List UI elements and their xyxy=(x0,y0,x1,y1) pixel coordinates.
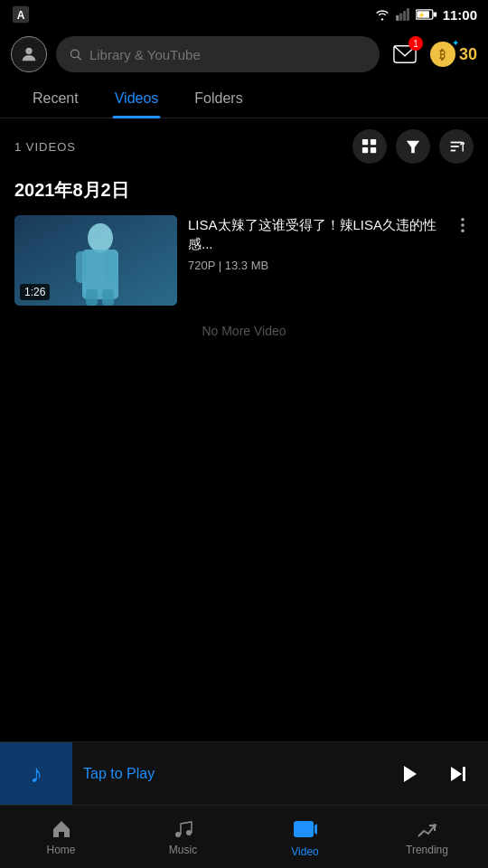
avatar-button[interactable] xyxy=(11,36,47,72)
svg-point-11 xyxy=(70,50,79,58)
filter-icon xyxy=(405,138,421,155)
svg-point-31 xyxy=(461,223,465,227)
wifi-icon xyxy=(374,8,390,21)
svg-rect-14 xyxy=(362,139,368,145)
user-icon xyxy=(19,44,39,64)
video-title: LISA太辣了这谁受得了！辣LISA久违的性感... xyxy=(188,215,441,253)
play-icon xyxy=(399,763,421,785)
svg-rect-5 xyxy=(407,8,409,21)
music-note-icon: ♪ xyxy=(30,760,42,788)
svg-point-37 xyxy=(186,830,192,835)
content-area: 1 VIDEOS xyxy=(0,118,488,349)
music-icon xyxy=(173,818,194,840)
svg-point-24 xyxy=(88,223,113,252)
svg-point-36 xyxy=(175,832,181,837)
svg-rect-28 xyxy=(86,289,98,306)
nav-video-label: Video xyxy=(291,845,318,858)
search-icon xyxy=(69,47,82,61)
battery-icon: ⚡ xyxy=(416,8,437,21)
svg-marker-34 xyxy=(451,767,462,781)
date-header: 2021年8月2日 xyxy=(14,178,474,203)
sort-icon xyxy=(448,138,465,155)
video-meta: 720P | 13.3 MB xyxy=(188,259,441,272)
video-thumbnail[interactable]: 1:26 xyxy=(14,215,177,306)
status-right: ⚡ 11:00 xyxy=(374,7,477,23)
app-icon: A xyxy=(11,5,31,24)
svg-rect-2 xyxy=(396,15,399,21)
search-bar[interactable] xyxy=(56,36,380,72)
video-item: 1:26 LISA太辣了这谁受得了！辣LISA久违的性感... 720P | 1… xyxy=(14,215,474,306)
toolbar-icons xyxy=(352,129,474,164)
filter-button[interactable] xyxy=(396,129,430,164)
video-count: 1 VIDEOS xyxy=(14,140,76,154)
signal-icon xyxy=(396,8,410,21)
video-count-row: 1 VIDEOS xyxy=(14,129,474,164)
nav-music-label: Music xyxy=(169,844,197,856)
bottom-nav: Home Music Video Trending xyxy=(0,805,488,868)
tab-folders[interactable]: Folders xyxy=(176,80,260,118)
nav-music[interactable]: Music xyxy=(122,806,244,868)
tab-recent[interactable]: Recent xyxy=(14,80,97,118)
svg-point-10 xyxy=(25,48,32,54)
svg-marker-39 xyxy=(314,824,317,835)
coin-icon: ₿ xyxy=(430,42,455,67)
video-info: LISA太辣了这谁受得了！辣LISA久违的性感... 720P | 13.3 M… xyxy=(188,215,441,272)
svg-rect-26 xyxy=(76,251,87,283)
svg-rect-29 xyxy=(102,289,114,306)
coins-count: 30 xyxy=(459,45,477,64)
tap-to-play-label[interactable]: Tap to Play xyxy=(83,766,155,781)
mini-player-info: Tap to Play xyxy=(72,766,394,782)
nav-video[interactable]: Video xyxy=(244,806,366,868)
header-icons: 1 ₿ 30 xyxy=(389,38,477,71)
nav-home[interactable]: Home xyxy=(0,806,122,868)
svg-rect-3 xyxy=(399,13,402,21)
svg-text:A: A xyxy=(17,9,25,22)
svg-rect-4 xyxy=(403,11,406,21)
video-menu-button[interactable] xyxy=(452,215,474,233)
tab-videos[interactable]: Videos xyxy=(97,80,177,118)
clock: 11:00 xyxy=(443,7,477,23)
status-left: A xyxy=(11,5,31,24)
svg-marker-18 xyxy=(407,141,419,154)
duration-badge: 1:26 xyxy=(20,284,50,300)
grid-view-button[interactable] xyxy=(352,129,387,164)
header: 1 ₿ 30 xyxy=(0,29,488,80)
search-input[interactable] xyxy=(89,47,367,62)
sort-button[interactable] xyxy=(439,129,474,164)
svg-rect-16 xyxy=(362,147,368,153)
video-icon xyxy=(293,816,318,842)
svg-rect-17 xyxy=(371,147,376,153)
mini-player[interactable]: ♪ Tap to Play xyxy=(0,741,488,805)
no-more-text: No More Video xyxy=(14,324,474,338)
coins-button[interactable]: ₿ 30 xyxy=(430,42,477,67)
svg-point-32 xyxy=(461,230,465,233)
svg-marker-33 xyxy=(404,766,417,782)
svg-rect-15 xyxy=(371,139,376,145)
mini-player-artwork: ♪ xyxy=(0,742,72,806)
nav-trending[interactable]: Trending xyxy=(366,806,488,868)
svg-rect-38 xyxy=(294,821,314,837)
svg-rect-35 xyxy=(463,767,465,781)
skip-next-button[interactable] xyxy=(441,758,474,790)
nav-home-label: Home xyxy=(46,844,75,856)
tabs-bar: Recent Videos Folders xyxy=(0,80,488,118)
svg-line-12 xyxy=(78,56,81,60)
nav-trending-label: Trending xyxy=(406,844,448,856)
play-button[interactable] xyxy=(394,758,427,790)
svg-point-30 xyxy=(461,218,465,222)
more-options-icon xyxy=(461,217,465,233)
skip-next-icon xyxy=(446,763,468,785)
mail-button[interactable]: 1 xyxy=(389,38,421,71)
grid-icon xyxy=(361,138,378,155)
home-icon xyxy=(51,818,72,840)
svg-text:⚡: ⚡ xyxy=(418,11,426,19)
status-bar: A ⚡ 11:00 xyxy=(0,0,488,29)
trending-icon xyxy=(417,818,438,840)
svg-rect-27 xyxy=(105,251,116,283)
mini-player-controls xyxy=(394,758,488,790)
svg-rect-8 xyxy=(433,12,436,16)
mail-badge: 1 xyxy=(408,36,423,51)
